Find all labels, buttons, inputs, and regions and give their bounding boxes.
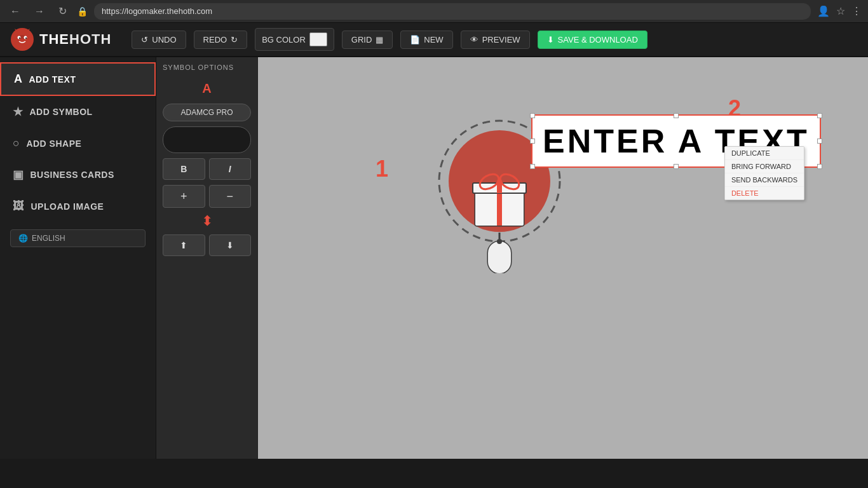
color-swatch xyxy=(309,32,327,46)
download-icon: ⬇ xyxy=(547,35,554,44)
shape-icon: ○ xyxy=(13,137,20,150)
redo-icon: ↻ xyxy=(231,35,238,44)
upload-icon: 🖼 xyxy=(13,200,25,213)
browser-icons: 👤 ☆ ⋮ xyxy=(817,5,862,17)
context-menu: DUPLICATE BRING FORWARD SEND BACKWARDS D… xyxy=(724,146,804,200)
svg-rect-19 xyxy=(488,241,511,273)
preview-button[interactable]: 👁 PREVIEW xyxy=(461,30,530,49)
new-label: NEW xyxy=(424,35,443,44)
sidebar-item-label: ADD SHAPE xyxy=(26,139,81,149)
reload-button[interactable]: ↻ xyxy=(55,4,71,18)
resize-handle-lm[interactable] xyxy=(530,139,535,144)
sidebar-item-label: UPLOAD IMAGE xyxy=(31,201,104,212)
align-icon: ⬍ xyxy=(163,213,251,229)
align-up-button[interactable]: ⬆ xyxy=(163,234,205,256)
lang-button[interactable]: 🌐 ENGLISH xyxy=(10,229,146,247)
app: THEHOTH ↺ UNDO REDO ↻ BG COLOR GRID ▦ 📄 … xyxy=(0,23,868,459)
redo-label: REDO xyxy=(203,35,227,44)
size-decrease-button[interactable]: − xyxy=(209,185,252,208)
grid-label: GRID xyxy=(351,35,372,44)
bookmark-icon: ☆ xyxy=(836,5,845,17)
back-button[interactable]: ← xyxy=(6,4,24,18)
sidebar-item-add-symbol[interactable]: ★ ADD SYMBOL xyxy=(0,96,156,128)
sidebar-item-add-shape[interactable]: ○ ADD SHAPE xyxy=(0,128,156,159)
undo-label: UNDO xyxy=(152,35,176,44)
size-buttons: + − xyxy=(163,185,251,208)
svg-point-4 xyxy=(19,37,20,39)
business-card-icon: ▣ xyxy=(13,168,24,182)
svg-rect-12 xyxy=(497,191,502,226)
profile-icon: 👤 xyxy=(817,5,830,17)
grid-icon: ▦ xyxy=(376,35,383,44)
resize-handle-tr[interactable] xyxy=(817,113,822,118)
logo-text: THEHOTH xyxy=(39,31,111,48)
context-send-backwards[interactable]: SEND BACKWARDS xyxy=(725,173,804,187)
text-style-icon: A xyxy=(163,79,251,98)
undo-button[interactable]: ↺ UNDO xyxy=(132,30,186,49)
sidebar: A ADD TEXT ★ ADD SYMBOL ○ ADD SHAPE ▣ BU… xyxy=(0,57,156,459)
save-label: SAVE & DOWNLOAD xyxy=(558,35,638,44)
context-duplicate[interactable]: DUPLICATE xyxy=(725,147,804,160)
text-icon: A xyxy=(14,72,23,86)
sidebar-item-label: ADD TEXT xyxy=(29,74,76,85)
options-title: SYMBOL OPTIONS xyxy=(163,64,251,71)
logo-icon xyxy=(10,27,34,51)
options-panel: SYMBOL OPTIONS A ADAMCG PRO B I + − ⬍ ⬆ xyxy=(156,57,258,459)
svg-point-17 xyxy=(497,179,502,184)
svg-point-5 xyxy=(25,37,27,39)
resize-handle-br[interactable] xyxy=(817,164,822,169)
bg-color-picker[interactable]: BG COLOR xyxy=(255,28,334,51)
resize-handle-bl[interactable] xyxy=(530,164,535,169)
lang-label: ENGLISH xyxy=(32,234,65,243)
align-down-button[interactable]: ⬇ xyxy=(209,234,252,256)
grid-button[interactable]: GRID ▦ xyxy=(342,30,393,49)
redo-button[interactable]: REDO ↻ xyxy=(194,30,248,49)
context-bring-forward[interactable]: BRING FORWARD xyxy=(725,160,804,173)
font-selector[interactable]: ADAMCG PRO xyxy=(163,104,251,121)
eye-icon: 👁 xyxy=(470,35,478,44)
new-button[interactable]: 📄 NEW xyxy=(400,30,452,49)
resize-handle-tm[interactable] xyxy=(674,113,679,118)
main: A ADD TEXT ★ ADD SYMBOL ○ ADD SHAPE ▣ BU… xyxy=(0,57,868,459)
sidebar-item-add-text[interactable]: A ADD TEXT xyxy=(0,62,156,96)
toolbar: THEHOTH ↺ UNDO REDO ↻ BG COLOR GRID ▦ 📄 … xyxy=(0,23,868,57)
menu-icon: ⋮ xyxy=(851,5,862,17)
url-bar[interactable] xyxy=(94,3,811,20)
italic-button[interactable]: I xyxy=(209,158,252,180)
bold-button[interactable]: B xyxy=(163,158,205,180)
sidebar-item-business-cards[interactable]: ▣ BUSINESS CARDS xyxy=(0,159,156,191)
canvas-area[interactable]: 1 2 xyxy=(258,57,868,459)
context-delete[interactable]: DELETE xyxy=(725,187,804,200)
bg-color-label: BG COLOR xyxy=(262,35,306,44)
new-icon: 📄 xyxy=(410,35,420,44)
language-selector: 🌐 ENGLISH xyxy=(10,229,146,247)
resize-handle-bm[interactable] xyxy=(674,164,679,169)
browser-chrome: ← → ↻ 🔒 👤 ☆ ⋮ xyxy=(0,0,868,23)
resize-handle-rm[interactable] xyxy=(817,139,822,144)
undo-icon: ↺ xyxy=(141,35,148,44)
logo: THEHOTH xyxy=(10,27,111,51)
size-increase-button[interactable]: + xyxy=(163,185,205,208)
align-buttons: ⬆ ⬇ xyxy=(163,234,251,256)
style-buttons: B I xyxy=(163,158,251,180)
symbol-icon: ★ xyxy=(13,105,24,119)
sidebar-item-label: ADD SYMBOL xyxy=(30,107,93,117)
forward-button[interactable]: → xyxy=(31,4,48,18)
sidebar-item-upload-image[interactable]: 🖼 UPLOAD IMAGE xyxy=(0,191,156,222)
save-button[interactable]: ⬇ SAVE & DOWNLOAD xyxy=(538,30,648,49)
svg-rect-14 xyxy=(497,183,502,193)
globe-icon: 🌐 xyxy=(18,234,28,243)
step-1-label: 1 xyxy=(376,156,388,182)
svg-point-20 xyxy=(497,239,502,244)
sidebar-item-label: BUSINESS CARDS xyxy=(31,170,114,180)
preview-label: PREVIEW xyxy=(482,35,520,44)
color-picker[interactable] xyxy=(163,126,251,153)
resize-handle-tl[interactable] xyxy=(530,113,535,118)
